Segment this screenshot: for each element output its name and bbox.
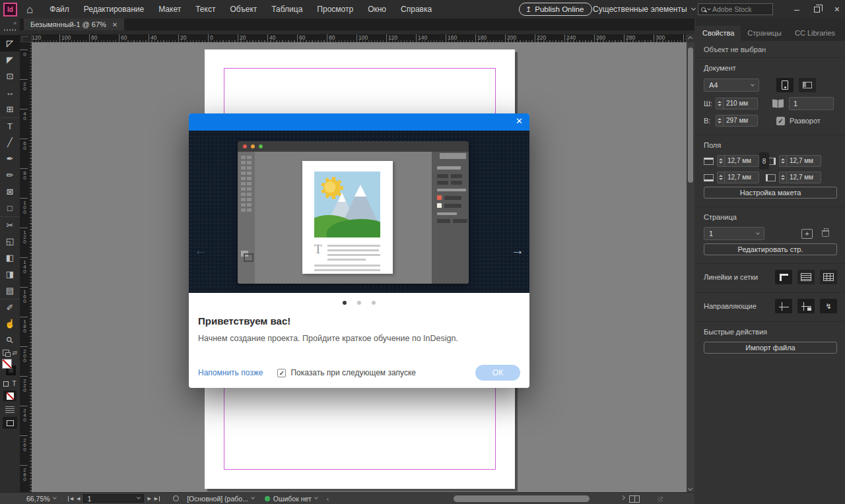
menu-item[interactable]: Справка [393, 0, 439, 18]
screen-mode-button[interactable] [3, 417, 17, 429]
toolbar-tool[interactable]: T [0, 117, 20, 134]
chevron-right-icon[interactable] [621, 495, 625, 500]
ruler-origin-corner[interactable] [20, 34, 32, 42]
adobe-stock-search[interactable]: Adobe Stock [698, 3, 773, 15]
lock-guides-button[interactable] [797, 299, 815, 313]
toolbar-tool[interactable]: ✒ [0, 150, 20, 167]
page-number-dropdown[interactable]: 1 [83, 494, 144, 503]
horizontal-ruler[interactable]: 1201008060402002040608010012014016018020… [20, 34, 687, 42]
swap-fill-stroke-icon[interactable]: ⇄ [12, 350, 17, 356]
scroll-down-icon[interactable] [688, 486, 693, 491]
stepper-arrows[interactable] [716, 98, 724, 109]
panel-tab[interactable]: Страницы [741, 26, 788, 41]
default-swatches-icon[interactable] [3, 350, 9, 356]
preflight-menu-icon[interactable] [173, 495, 179, 501]
carousel-dot-active[interactable] [343, 301, 347, 305]
menu-item[interactable]: Файл [42, 0, 77, 18]
carousel-dot[interactable] [357, 301, 361, 305]
toolbar-tool[interactable]: ⊠ [0, 183, 20, 200]
bottom-margin-stepper[interactable]: 12,7 мм [717, 172, 759, 183]
show-rulers-button[interactable] [775, 270, 792, 284]
preflight-status[interactable]: Ошибок нет [265, 495, 318, 503]
menu-item[interactable]: Текст [188, 0, 222, 18]
last-page-icon[interactable]: ▶ [154, 496, 160, 501]
toolbar-tool[interactable]: ✐ [0, 299, 20, 315]
toolbar-tool[interactable]: ☝ [0, 315, 20, 332]
import-file-button[interactable]: Импорт файла [704, 342, 837, 354]
width-stepper[interactable]: 210 мм [716, 98, 758, 110]
toolbar-tool[interactable]: ⚲ [0, 332, 20, 348]
horizontal-scrollbar-thumb[interactable] [454, 495, 590, 502]
fill-swatch-none[interactable] [2, 359, 12, 369]
toolbar-tool[interactable]: ◨ [0, 266, 20, 282]
menu-item[interactable]: Макет [151, 0, 188, 18]
close-button[interactable]: × [834, 4, 840, 15]
previous-page-icon[interactable]: ◀ [77, 496, 80, 501]
landscape-orientation-button[interactable] [799, 78, 816, 92]
first-page-icon[interactable]: ◀ [68, 496, 73, 501]
vertical-scrollbar[interactable] [687, 42, 694, 492]
restore-button[interactable] [814, 7, 820, 13]
show-on-startup-checkbox[interactable]: ✓ [277, 369, 286, 377]
menu-item[interactable]: Таблица [264, 0, 310, 18]
smart-guides-button[interactable]: ↯ [820, 299, 837, 313]
add-page-button[interactable]: + [801, 229, 813, 239]
show-guides-button[interactable] [775, 299, 792, 313]
toolbar-tool[interactable]: ↔ [0, 84, 20, 101]
toolbar-tool[interactable]: □ [0, 200, 20, 216]
resize-grip-icon[interactable] [658, 497, 663, 502]
preflight-profile-dropdown[interactable]: [Основной] (рабо... [187, 495, 254, 503]
stepper-arrows[interactable] [718, 156, 725, 166]
expand-panel-icon[interactable]: » [0, 18, 20, 26]
apply-none-button[interactable] [3, 391, 17, 401]
toolbar-tool[interactable]: ✂ [0, 216, 20, 233]
toolbar-tool[interactable]: ◧ [0, 249, 20, 266]
zoom-level-dropdown[interactable]: 66,75% [26, 495, 56, 503]
publish-online-button[interactable]: ↥ Publish Online [519, 3, 592, 16]
facing-pages-checkbox[interactable]: ✓ [776, 117, 785, 125]
top-margin-stepper[interactable]: 12,7 мм [717, 155, 759, 167]
portrait-orientation-button[interactable] [776, 78, 794, 92]
menu-item[interactable]: Просмотр [310, 0, 360, 18]
panel-tab[interactable]: Свойства [696, 26, 741, 41]
scroll-up-icon[interactable] [688, 36, 693, 41]
menu-item[interactable]: Объект [222, 0, 264, 18]
toolbar-tool[interactable]: ▤ [0, 282, 20, 299]
apply-gradient-icon[interactable] [5, 406, 15, 413]
formatting-affects-text-icon[interactable]: T [12, 380, 16, 387]
toolbar-tool[interactable]: ◤ [0, 51, 20, 68]
toolbar-tool[interactable]: ⊞ [0, 101, 20, 117]
inside-margin-stepper[interactable]: 12,7 мм [779, 155, 821, 167]
toolbar-tool[interactable]: ◱ [0, 233, 20, 249]
formatting-affects-container-icon[interactable] [3, 381, 9, 387]
stepper-arrows[interactable] [780, 156, 787, 166]
pages-count-field[interactable]: 1 [789, 97, 834, 110]
home-icon[interactable]: ⌂ [26, 4, 33, 15]
document-grid-button[interactable] [820, 270, 837, 284]
remind-later-link[interactable]: Напомнить позже [198, 368, 263, 377]
close-tab-icon[interactable]: ✕ [112, 21, 118, 28]
panel-tab[interactable]: CC Libraries [788, 26, 842, 41]
dialog-close-icon[interactable]: ✕ [516, 116, 523, 126]
minimize-button[interactable]: – [794, 4, 799, 15]
toolbar-tool[interactable]: ✏ [0, 167, 20, 183]
current-page-dropdown[interactable]: 1 [704, 227, 764, 240]
carousel-next-icon[interactable]: → [511, 243, 524, 258]
toolbar-tool[interactable]: ◸ [0, 35, 20, 51]
vertical-ruler[interactable]: 020406080100120140160180200220240260280 [20, 42, 32, 492]
outside-margin-stepper[interactable]: 12,7 мм [779, 172, 821, 183]
scrollbar-thumb[interactable] [688, 47, 693, 183]
link-margins-icon[interactable]: 8 [759, 152, 769, 170]
menu-item[interactable]: Окно [360, 0, 393, 18]
edit-pages-button[interactable]: Редактировать стр. [704, 243, 837, 255]
stepper-arrows[interactable] [780, 172, 787, 183]
document-tab[interactable]: Безымянный-1 @ 67% ✕ [24, 18, 124, 30]
collapse-left-icon[interactable]: ‹ [327, 495, 329, 503]
workspace-switcher[interactable]: Существенные элементы [593, 0, 695, 18]
stepper-arrows[interactable] [718, 172, 725, 183]
baseline-grid-button[interactable] [797, 270, 815, 284]
carousel-prev-icon[interactable]: ← [194, 243, 207, 258]
page-size-dropdown[interactable]: A4 [704, 79, 759, 92]
next-page-icon[interactable]: ▶ [147, 496, 151, 501]
height-stepper[interactable]: 297 мм [716, 115, 758, 127]
